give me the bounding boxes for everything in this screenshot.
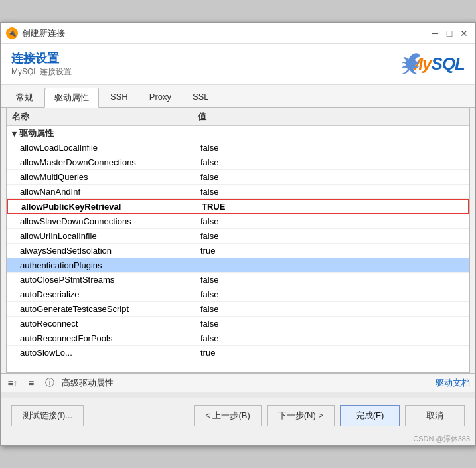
table-row[interactable]: alwaysSendSetIsolation true [7, 244, 469, 258]
row-name: allowSlaveDownConnections [20, 216, 200, 226]
table-row-selected[interactable]: authenticationPlugins [7, 258, 469, 273]
row-value: false [200, 319, 464, 329]
tab-proxy[interactable]: Proxy [139, 88, 181, 107]
table-row[interactable]: autoSlowLo... true [7, 346, 469, 360]
row-name: alwaysSendSetIsolation [20, 246, 200, 256]
mysql-logo: MySQL [408, 54, 465, 74]
row-name: allowLoadLocalInfile [20, 143, 200, 153]
row-name: allowNanAndInf [20, 187, 200, 196]
cancel-button[interactable]: 取消 [405, 405, 465, 426]
table-row[interactable]: autoClosePStmtStreams false [7, 273, 469, 287]
row-name: authenticationPlugins [20, 260, 200, 270]
back-button[interactable]: < 上一步(B) [194, 405, 262, 426]
table-row[interactable]: allowMultiQueries false [7, 170, 469, 185]
row-name: allowMasterDownConnections [20, 157, 200, 167]
sort2-icon[interactable]: ≡ [25, 376, 38, 390]
row-name: autoReconnectForPools [20, 333, 200, 343]
col-name-header: 名称 [12, 111, 198, 123]
sort-icon[interactable]: ≡↑ [6, 376, 19, 390]
row-name: allowMultiQueries [20, 172, 200, 182]
row-value: false [200, 304, 464, 314]
section-header-driver[interactable]: ▾ 驱动属性 [7, 126, 469, 141]
row-value: false [200, 275, 464, 285]
next-button[interactable]: 下一步(N) > [267, 405, 335, 426]
row-value: false [200, 143, 464, 153]
window-controls: ─ □ ✕ [429, 27, 470, 39]
table-body[interactable]: ▾ 驱动属性 allowLoadLocalInfile false allowM… [7, 126, 469, 372]
tab-bar: 常规 驱动属性 SSH Proxy SSL [1, 85, 475, 108]
title-bar: 🔌 创建新连接 ─ □ ✕ [1, 23, 475, 44]
subtitle: MySQL 连接设置 [11, 66, 72, 78]
row-value: false [200, 157, 464, 167]
row-name: autoSlowLo... [20, 348, 200, 358]
table-row[interactable]: autoReconnectForPools false [7, 331, 469, 346]
col-value-header: 值 [198, 111, 464, 123]
tab-ssh[interactable]: SSH [100, 88, 138, 107]
table-row[interactable]: allowSlaveDownConnections false [7, 214, 469, 229]
close-button[interactable]: ✕ [458, 27, 470, 39]
minimize-button[interactable]: ─ [429, 27, 441, 39]
header-title-group: 连接设置 MySQL 连接设置 [11, 50, 72, 78]
row-value: false [200, 333, 464, 343]
row-value: false [200, 231, 464, 241]
driver-doc-link[interactable]: 驱动文档 [436, 377, 470, 389]
row-value: false [200, 216, 464, 226]
row-value: false [200, 187, 464, 196]
advanced-label[interactable]: 高级驱动属性 [62, 377, 114, 389]
header-section: 连接设置 MySQL 连接设置 MySQL [1, 44, 475, 85]
table-row[interactable]: allowNanAndInf false [7, 185, 469, 199]
table-row[interactable]: allowUrlInLocalInfile false [7, 229, 469, 244]
table-row[interactable]: allowMasterDownConnections false [7, 155, 469, 170]
content-wrapper: 名称 值 ▾ 驱动属性 allowLoadLocalInfile false a… [1, 108, 475, 392]
row-name: allowUrlInLocalInfile [20, 231, 200, 241]
footer-bar: ≡↑ ≡ ⓘ 高级驱动属性 驱动文档 [1, 373, 475, 392]
row-name: autoDeserialize [20, 289, 200, 299]
tab-driver-props[interactable]: 驱动属性 [44, 88, 99, 108]
row-name-key: allowPublicKeyRetrieval [21, 202, 202, 212]
row-value: true [200, 348, 464, 358]
bottom-bar: 测试链接(I)... < 上一步(B) 下一步(N) > 完成(F) 取消 [1, 398, 475, 433]
info-icon[interactable]: ⓘ [43, 376, 56, 390]
tab-general[interactable]: 常规 [6, 88, 43, 107]
dolphin-icon [395, 50, 425, 80]
table-row[interactable]: autoReconnect false [7, 317, 469, 331]
section-arrow: ▾ [12, 129, 17, 139]
tab-ssl[interactable]: SSL [183, 88, 219, 107]
row-value: false [200, 172, 464, 182]
maximize-button[interactable]: □ [443, 27, 455, 39]
finish-button[interactable]: 完成(F) [340, 405, 400, 426]
section-label: 驱动属性 [19, 127, 54, 139]
row-name: autoReconnect [20, 319, 200, 329]
table-row[interactable]: autoGenerateTestcaseScript false [7, 302, 469, 317]
main-title: 连接设置 [11, 50, 72, 66]
table-row[interactable]: allowLoadLocalInfile false [7, 141, 469, 155]
row-value: false [200, 289, 464, 299]
table-row-highlighted[interactable]: allowPublicKeyRetrieval TRUE [7, 199, 469, 214]
row-name: autoGenerateTestcaseScript [20, 304, 200, 314]
row-value: true [200, 246, 464, 256]
content-area: 名称 值 ▾ 驱动属性 allowLoadLocalInfile false a… [6, 108, 470, 373]
table-row[interactable]: autoDeserialize false [7, 287, 469, 302]
window-title: 创建新连接 [22, 27, 429, 39]
separator [1, 392, 475, 398]
app-icon: 🔌 [6, 27, 18, 39]
watermark: CSDN @浮休383 [1, 433, 475, 445]
table-header: 名称 值 [7, 108, 469, 126]
test-connection-button[interactable]: 测试链接(I)... [11, 405, 84, 426]
row-name: autoClosePStmtStreams [20, 275, 200, 285]
main-window: 🔌 创建新连接 ─ □ ✕ 连接设置 MySQL 连接设置 MySQL 常规 驱… [0, 22, 476, 446]
row-value-key: TRUE [202, 202, 463, 212]
